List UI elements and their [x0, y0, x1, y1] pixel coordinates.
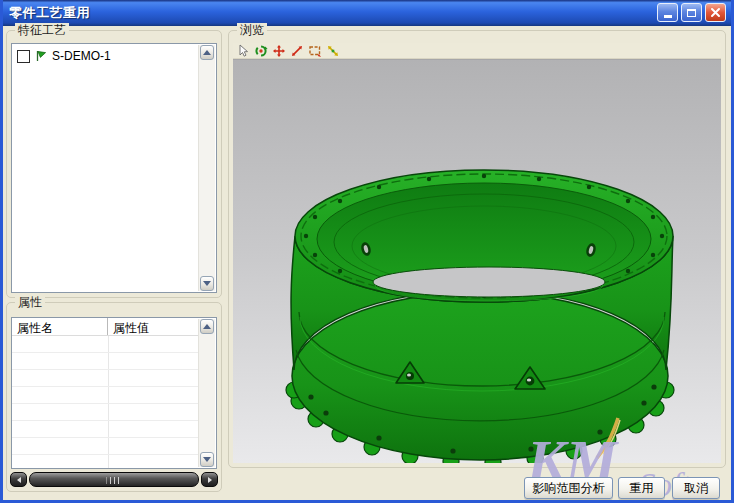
table-row — [12, 370, 198, 387]
3d-viewport[interactable] — [233, 59, 721, 463]
scroll-left-button[interactable] — [10, 472, 27, 487]
property-table[interactable]: 属性名 属性值 — [11, 317, 217, 469]
chevron-right-icon — [208, 477, 212, 483]
window-title: 零件工艺重用 — [0, 4, 90, 22]
tree-vertical-scrollbar[interactable] — [198, 45, 215, 291]
maximize-button[interactable] — [681, 3, 702, 22]
minimize-icon — [664, 15, 672, 18]
column-header-name[interactable]: 属性名 — [12, 318, 108, 335]
property-horizontal-scrollbar[interactable] — [10, 472, 218, 487]
tree-item-s-demo-1[interactable]: S-DEMO-1 — [17, 49, 111, 63]
cursor-icon[interactable] — [235, 43, 250, 58]
feature-process-group: 特征工艺 S-DEMO-1 — [6, 30, 222, 298]
scroll-down-button[interactable] — [200, 452, 214, 467]
scroll-down-button[interactable] — [200, 276, 214, 291]
reuse-button[interactable]: 重用 — [618, 477, 665, 499]
property-table-header: 属性名 属性值 — [12, 318, 198, 336]
titlebar[interactable]: 零件工艺重用 — [0, 0, 734, 26]
table-row — [12, 336, 198, 353]
scroll-up-button[interactable] — [200, 319, 214, 334]
tree-item-label: S-DEMO-1 — [52, 49, 111, 63]
preview-group: 浏览 — [228, 30, 726, 468]
table-row — [12, 421, 198, 438]
rotate-view-icon[interactable] — [253, 43, 268, 58]
table-row — [12, 353, 198, 370]
tree-item-checkbox[interactable] — [17, 50, 30, 63]
scroll-up-button[interactable] — [200, 45, 214, 60]
chevron-up-icon — [203, 324, 211, 329]
chevron-down-icon — [203, 281, 211, 286]
impact-scope-analysis-button[interactable]: 影响范围分析 — [524, 477, 613, 499]
zoom-view-icon[interactable] — [289, 43, 304, 58]
property-table-body — [12, 336, 198, 468]
scroll-right-button[interactable] — [201, 472, 218, 487]
minimize-button[interactable] — [657, 3, 678, 22]
dialog-client-area: 特征工艺 S-DEMO-1 属性 — [3, 26, 731, 500]
zoom-window-icon[interactable] — [307, 43, 322, 58]
property-group: 属性 属性名 属性值 — [6, 302, 222, 492]
property-vertical-scrollbar[interactable] — [198, 319, 215, 467]
feature-process-group-label: 特征工艺 — [15, 23, 69, 37]
pan-view-icon[interactable] — [271, 43, 286, 58]
chevron-up-icon — [203, 50, 211, 55]
fit-view-icon[interactable] — [325, 43, 340, 58]
horizontal-scroll-thumb[interactable] — [29, 472, 199, 487]
table-row — [12, 404, 198, 421]
dialog-window: 零件工艺重用 特征工艺 — [0, 0, 734, 503]
window-controls — [657, 3, 726, 22]
chevron-down-icon — [203, 457, 211, 462]
close-button[interactable] — [705, 3, 726, 22]
chevron-left-icon — [17, 477, 21, 483]
cancel-button[interactable]: 取消 — [672, 477, 720, 499]
maximize-icon — [687, 9, 696, 17]
table-row — [12, 438, 198, 455]
3d-model-green-ring — [233, 60, 721, 463]
preview-group-label: 浏览 — [237, 23, 267, 37]
property-group-label: 属性 — [15, 295, 45, 309]
table-row — [12, 455, 198, 469]
close-icon — [710, 7, 721, 18]
green-flag-icon — [35, 50, 47, 62]
feature-tree[interactable]: S-DEMO-1 — [11, 43, 217, 293]
thumb-grip — [107, 477, 122, 484]
preview-toolbar — [233, 43, 721, 59]
column-header-value[interactable]: 属性值 — [108, 318, 198, 335]
table-row — [12, 387, 198, 404]
